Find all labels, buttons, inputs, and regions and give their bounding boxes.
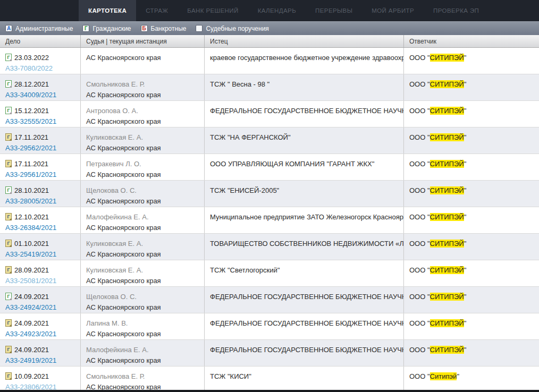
- defendant-cell: ООО "СИТИПЭЙ": [404, 313, 539, 339]
- case-number-link[interactable]: А33-32555/2021: [5, 117, 56, 125]
- case-type-icon: Г: [5, 133, 12, 141]
- search-highlight: Ситипэй: [430, 372, 457, 380]
- case-number-link[interactable]: А33-24923/2021: [5, 330, 56, 338]
- case-number-link[interactable]: А33-26384/2021: [5, 224, 56, 232]
- case-type-icon: Г: [5, 240, 12, 247]
- court-name: АС Красноярского края: [86, 197, 161, 205]
- judge-name: Петракевич Л. О.: [86, 160, 141, 168]
- defendant-name: ООО "СИТИПЭЙ": [409, 160, 466, 168]
- case-cell: Г 24.09.2021 А33-24923/2021: [0, 313, 81, 339]
- case-cell: Г 28.12.2021 А33-34009/2021: [0, 74, 81, 100]
- civil-filter-icon: Г: [82, 25, 89, 32]
- plaintiff-cell: ТСЖ " Весна - 98 ": [205, 74, 404, 100]
- judge-cell: Малофейкина Е. А. АС Красноярского края: [81, 207, 205, 233]
- table-row: Г 15.12.2021 А33-32555/2021 Антропова О.…: [0, 101, 539, 127]
- search-highlight: СИТИПЭЙ: [430, 54, 464, 62]
- case-number-link[interactable]: А33-28005/2021: [5, 197, 56, 205]
- case-number-link[interactable]: А33-25081/2021: [5, 277, 56, 285]
- court-name: АС Красноярского края: [86, 303, 161, 311]
- case-type-icon: Г: [5, 80, 12, 88]
- nav-tab[interactable]: ПРОВЕРКА ЭП: [424, 0, 489, 21]
- table-row: Г 24.09.2021 А33-24923/2021 Лапина М. В.…: [0, 313, 539, 340]
- case-cell: Г 17.11.2021 А33-29562/2021: [0, 127, 81, 154]
- search-highlight: СИТИПЭЙ: [430, 186, 464, 194]
- case-date: 28.09.2021: [14, 266, 49, 274]
- case-date: 12.10.2021: [14, 213, 49, 221]
- search-highlight: СИТИПЭЙ: [430, 133, 464, 141]
- filter-item[interactable]: ААдминистративные: [5, 25, 73, 32]
- defendant-cell: ООО "СИТИПЭЙ": [404, 234, 539, 260]
- filter-item[interactable]: ГГражданские: [82, 25, 131, 32]
- plaintiff-name: ТСЖ "ЕНИСЕЙ-2005": [210, 186, 279, 194]
- plaintiff-name: ФЕДЕРАЛЬНОЕ ГОСУДАРСТВЕННОЕ БЮДЖЕТНОЕ НА…: [210, 293, 404, 301]
- case-number-link[interactable]: А33-29561/2021: [5, 171, 56, 178]
- case-date: 28.10.2021: [14, 186, 49, 194]
- table-row: Г 17.11.2021 А33-29562/2021 Куликовская …: [0, 127, 539, 154]
- judge-name: Куликовская Е. А.: [86, 240, 143, 248]
- search-highlight: СИТИПЭЙ: [430, 80, 464, 88]
- judge-name: Куликовская Е. А.: [86, 266, 143, 274]
- judge-cell: Куликовская Е. А. АС Красноярского края: [81, 260, 205, 286]
- case-number-link[interactable]: А33-7080/2022: [5, 64, 53, 72]
- plaintiff-cell: ФЕДЕРАЛЬНОЕ ГОСУДАРСТВЕННОЕ БЮДЖЕТНОЕ НА…: [205, 287, 404, 313]
- nav-tab[interactable]: КАЛЕНДАРЬ: [248, 0, 306, 21]
- table-row: Г 01.10.2021 А33-25419/2021 Куликовская …: [0, 234, 539, 260]
- court-name: АС Красноярского края: [86, 330, 161, 338]
- plaintiff-cell: ФЕДЕРАЛЬНОЕ ГОСУДАРСТВЕННОЕ БЮДЖЕТНОЕ НА…: [205, 313, 404, 339]
- search-highlight: СИТИПЭЙ: [430, 319, 464, 327]
- administrative-filter-icon: А: [5, 25, 12, 32]
- court-name: АС Красноярского края: [86, 117, 161, 125]
- case-number-link[interactable]: А33-24919/2021: [5, 356, 56, 364]
- defendant-name: ООО "СИТИПЭЙ": [409, 266, 466, 274]
- table-row: Г 28.12.2021 А33-34009/2021 Смольникова …: [0, 74, 539, 101]
- search-highlight: СИТИПЭЙ: [430, 346, 464, 354]
- judge-cell: Смольникова Е. Р. АС Красноярского края: [81, 74, 205, 100]
- defendant-cell: ООО "СИТИПЭЙ": [404, 48, 539, 74]
- search-highlight: СИТИПЭЙ: [430, 293, 464, 301]
- search-highlight: СИТИПЭЙ: [430, 107, 464, 115]
- case-type-icon: Г: [5, 213, 12, 220]
- nav-tab[interactable]: КАРТОТЕКА: [79, 0, 136, 21]
- defendant-name: ООО "СИТИПЭЙ": [409, 240, 466, 248]
- defendant-name: ООО "Ситипэй": [409, 372, 459, 380]
- defendant-name: ООО "СИТИПЭЙ": [409, 346, 466, 354]
- case-date: 24.09.2021: [14, 346, 49, 354]
- case-date: 17.11.2021: [14, 133, 48, 141]
- case-number-link[interactable]: А33-25419/2021: [5, 250, 56, 258]
- case-number-link[interactable]: А33-29562/2021: [5, 144, 56, 152]
- defendant-name: ООО "СИТИПЭЙ": [409, 293, 466, 301]
- footer-bar: [0, 390, 539, 392]
- nav-tab[interactable]: СТРАЖ: [136, 0, 178, 21]
- case-date: 15.12.2021: [14, 107, 49, 115]
- search-highlight: СИТИПЭЙ: [430, 213, 464, 221]
- nav-tab[interactable]: МОЙ АРБИТР: [362, 0, 424, 21]
- case-type-icon: Г: [5, 266, 12, 274]
- case-type-icon: Г: [5, 293, 12, 300]
- case-date: 01.10.2021: [14, 240, 49, 248]
- plaintiff-cell: краевое государственное бюджетное учрежд…: [205, 48, 404, 74]
- judge-cell: Щелокова О. С. АС Красноярского края: [81, 287, 205, 313]
- top-nav: КАРТОТЕКАСТРАЖБАНК РЕШЕНИЙКАЛЕНДАРЬПЕРЕР…: [0, 0, 539, 21]
- court-orders-filter-icon: [196, 25, 203, 32]
- defendant-cell: ООО "СИТИПЭЙ": [404, 287, 539, 313]
- filter-item[interactable]: Судебные поручения: [196, 25, 268, 32]
- judge-name: Смольникова Е. Р.: [86, 80, 145, 88]
- case-type-icon: Г: [5, 107, 12, 114]
- filter-item[interactable]: ББанкротные: [141, 25, 187, 32]
- court-name: АС Красноярского края: [86, 277, 161, 285]
- table-row: Г 24.09.2021 А33-24919/2021 Малофейкина …: [0, 340, 539, 367]
- table-row: Г 28.09.2021 А33-25081/2021 Куликовская …: [0, 260, 539, 287]
- plaintiff-name: ТСЖ "КИСИ": [210, 372, 251, 380]
- plaintiff-name: ТСЖ " Весна - 98 ": [210, 80, 270, 88]
- case-number-link[interactable]: А33-34009/2021: [5, 91, 56, 99]
- plaintiff-cell: ТСЖ "НА ФЕРГАНСКОЙ": [205, 127, 404, 154]
- nav-tab[interactable]: ПЕРЕРЫВЫ: [306, 0, 362, 21]
- nav-tab[interactable]: БАНК РЕШЕНИЙ: [178, 0, 248, 21]
- case-number-link[interactable]: А33-24924/2021: [5, 303, 56, 311]
- case-date: 10.09.2021: [14, 372, 49, 380]
- judge-name: Малофейкина Е. А.: [86, 213, 149, 221]
- filter-label: Банкротные: [151, 25, 187, 32]
- defendant-cell: ООО "СИТИПЭЙ": [404, 154, 539, 180]
- filter-label: Судебные поручения: [206, 25, 268, 32]
- table-row: Г 10.09.2021 А33-23806/2021 Смольникова …: [0, 367, 539, 392]
